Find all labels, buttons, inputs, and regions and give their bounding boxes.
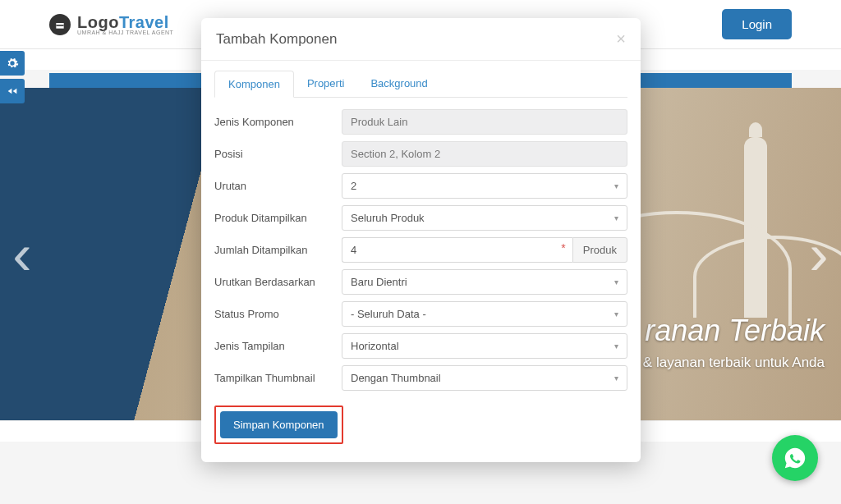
select-jenis-tampilan[interactable]: Horizontal ▾ <box>342 333 627 359</box>
label-urutkan: Urutkan Berdasarkan <box>214 276 342 288</box>
caret-icon: ▾ <box>614 277 618 286</box>
modal-header: Tambah Komponen × <box>201 18 641 61</box>
modal-tabs: Komponen Properti Background <box>214 71 627 98</box>
label-thumbnail: Tampilkan Thumbnail <box>214 372 342 384</box>
input-jumlah-value: 4 <box>351 244 356 256</box>
select-urutkan[interactable]: Baru Dientri ▾ <box>342 269 627 295</box>
select-jenis-tampilan-value: Horizontal <box>351 340 399 352</box>
field-jenis-komponen: Produk Lain <box>342 109 627 135</box>
label-produk-ditampilkan: Produk Ditampilkan <box>214 212 342 224</box>
select-thumbnail-value: Dengan Thumbnail <box>351 372 441 384</box>
modal-title: Tambah Komponen <box>216 31 337 48</box>
label-jumlah-ditampilkan: Jumlah Ditampilkan <box>214 244 342 256</box>
caret-icon: ▾ <box>614 181 618 190</box>
select-produk-ditampilkan[interactable]: Seluruh Produk ▾ <box>342 205 627 231</box>
label-urutan: Urutan <box>214 180 342 192</box>
label-status-promo: Status Promo <box>214 308 342 320</box>
select-produk-ditampilkan-value: Seluruh Produk <box>351 212 425 224</box>
label-jenis-tampilan: Jenis Tampilan <box>214 340 342 352</box>
select-urutkan-value: Baru Dientri <box>351 276 407 288</box>
label-jenis-komponen: Jenis Komponen <box>214 116 342 128</box>
modal-close-button[interactable]: × <box>616 30 626 48</box>
select-thumbnail[interactable]: Dengan Thumbnail ▾ <box>342 365 627 391</box>
select-status-promo-value: - Seluruh Data - <box>351 308 426 320</box>
tab-komponen[interactable]: Komponen <box>214 71 294 98</box>
tab-background[interactable]: Background <box>357 71 440 97</box>
field-posisi: Section 2, Kolom 2 <box>342 141 627 167</box>
save-component-button[interactable]: Simpan Komponen <box>220 411 338 438</box>
addon-produk: Produk <box>572 237 627 263</box>
select-urutan-value: 2 <box>351 180 356 192</box>
save-highlight-box: Simpan Komponen <box>214 405 343 444</box>
required-marker: * <box>561 241 565 254</box>
label-posisi: Posisi <box>214 148 342 160</box>
add-component-modal: Tambah Komponen × Komponen Properti Back… <box>201 18 641 462</box>
select-urutan[interactable]: 2 ▾ <box>342 173 627 199</box>
input-jumlah-ditampilkan[interactable]: 4 * <box>342 237 572 263</box>
modal-body: Komponen Properti Background Jenis Kompo… <box>201 61 641 462</box>
caret-icon: ▾ <box>614 373 618 383</box>
caret-icon: ▾ <box>614 309 618 318</box>
caret-icon: ▾ <box>614 341 618 351</box>
select-status-promo[interactable]: - Seluruh Data - ▾ <box>342 301 627 327</box>
tab-properti[interactable]: Properti <box>294 71 358 97</box>
caret-icon: ▾ <box>614 213 618 222</box>
